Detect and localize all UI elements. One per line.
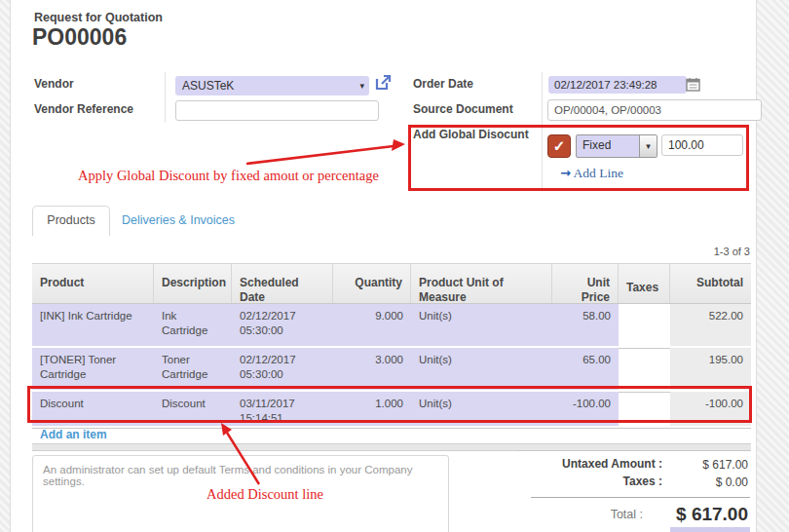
- col-header-product[interactable]: Product: [32, 264, 154, 303]
- tab-products[interactable]: Products: [32, 206, 110, 236]
- annotation-note-global-discount: Apply Global Discount by fixed amout or …: [78, 168, 379, 184]
- annotation-box-discount-row: [27, 386, 752, 423]
- col-header-unit-price[interactable]: Unit Price: [552, 264, 619, 303]
- vendor-label: Vendor: [34, 77, 74, 91]
- total-highlight-strip: [670, 527, 750, 532]
- vendor-select-value: ASUSTeK: [175, 79, 234, 93]
- table-header-row: Product Description Scheduled Date Quant…: [32, 263, 751, 304]
- cell-unit-price[interactable]: 58.00: [552, 304, 619, 346]
- table-row[interactable]: [INK] Ink Cartridge Ink Cartridge 02/12/…: [32, 304, 751, 348]
- cell-description[interactable]: Ink Cartridge: [154, 304, 232, 346]
- col-header-taxes[interactable]: Taxes: [619, 264, 670, 303]
- tab-deliveries-invoices[interactable]: Deliveries & Invoices: [122, 213, 235, 227]
- cell-quantity[interactable]: 3.000: [333, 348, 411, 390]
- cell-scheduled-date[interactable]: 02/12/2017 05:30:00: [232, 304, 333, 346]
- cell-unit-price[interactable]: 65.00: [552, 348, 619, 390]
- cell-product[interactable]: [INK] Ink Cartridge: [32, 304, 154, 346]
- untaxed-amount-value: $ 617.00: [662, 458, 748, 472]
- col-header-uom[interactable]: Product Unit of Measure: [411, 264, 552, 303]
- vendor-reference-label: Vendor Reference: [34, 102, 133, 116]
- cell-taxes[interactable]: [619, 304, 670, 346]
- col-header-scheduled-date[interactable]: Scheduled Date: [232, 264, 333, 303]
- cell-subtotal[interactable]: 195.00: [670, 348, 751, 390]
- page-title: PO00006: [32, 24, 127, 51]
- total-value: $ 617.00: [633, 504, 748, 525]
- totals-top-divider: [516, 450, 750, 451]
- vendor-select[interactable]: ASUSTeK ▾: [175, 76, 369, 95]
- cell-uom[interactable]: Unit(s): [411, 348, 552, 390]
- taxes-value: $ 0.00: [662, 475, 748, 489]
- cell-product[interactable]: [TONER] Toner Cartridge: [32, 348, 154, 390]
- vendor-reference-input[interactable]: [175, 100, 379, 121]
- cell-quantity[interactable]: 9.000: [333, 304, 411, 346]
- calendar-icon[interactable]: [686, 77, 700, 95]
- chevron-down-icon: ▾: [359, 76, 364, 95]
- page-background-right: [756, 0, 789, 532]
- cell-description[interactable]: Toner Cartridge: [154, 348, 232, 390]
- col-header-description[interactable]: Description: [154, 264, 232, 303]
- pager[interactable]: 1-3 of 3: [672, 246, 750, 257]
- annotation-box-global-discount: [408, 125, 749, 191]
- page-background-left: [0, 0, 11, 532]
- col-header-quantity[interactable]: Quantity: [333, 264, 411, 303]
- annotation-note-discount-line: Added Discount line: [207, 486, 323, 503]
- cell-uom[interactable]: Unit(s): [411, 304, 552, 346]
- source-document-label: Source Document: [413, 102, 513, 116]
- total-label: Total :: [545, 508, 643, 521]
- cell-scheduled-date[interactable]: 02/12/2017 05:30:00: [232, 348, 333, 390]
- field-separator: [165, 72, 166, 123]
- source-document-input[interactable]: OP/00004, OP/00003: [547, 99, 762, 121]
- cell-taxes[interactable]: [619, 348, 670, 390]
- totals-separator: [531, 497, 750, 498]
- order-date-input[interactable]: 02/12/2017 23:49:28: [548, 76, 687, 94]
- external-link-icon[interactable]: [374, 74, 392, 92]
- untaxed-amount-label: Untaxed Amount :: [507, 457, 662, 471]
- col-header-subtotal[interactable]: Subtotal: [670, 264, 751, 303]
- taxes-label: Taxes :: [507, 475, 662, 488]
- document-type-label: Request for Quotation: [34, 11, 163, 24]
- add-an-item-link[interactable]: Add an item: [40, 428, 107, 441]
- order-date-label: Order Date: [413, 77, 473, 91]
- cell-subtotal[interactable]: 522.00: [670, 304, 751, 346]
